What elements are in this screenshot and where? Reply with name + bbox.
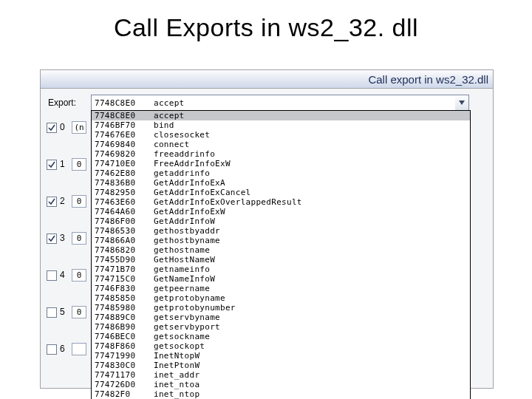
arg-index: 6: [60, 344, 69, 354]
export-option-addr: 7746F830: [95, 284, 154, 293]
arg-checkbox[interactable]: [47, 233, 57, 244]
export-option-name: inet_ntoa: [154, 380, 200, 389]
export-option[interactable]: 7746BF70bind: [92, 120, 470, 130]
export-option[interactable]: 774830C0InetPtonW: [92, 361, 470, 370]
export-option-addr: 77471170: [95, 370, 154, 380]
export-option-name: InetPtonW: [154, 361, 200, 370]
arg-index: 1: [60, 159, 69, 169]
export-option-addr: 77482F0: [95, 389, 154, 399]
export-option[interactable]: 77462E80getaddrinfo: [92, 168, 470, 178]
arg-checkbox[interactable]: [47, 307, 57, 318]
export-option-name: GetHostNameW: [154, 255, 215, 265]
arg-value-box[interactable]: 0: [72, 232, 86, 245]
export-option-addr: 77469840: [95, 140, 154, 149]
export-option[interactable]: 77482F0inet_ntop: [92, 389, 470, 399]
export-option-addr: 7746BEC0: [95, 332, 154, 341]
export-option-name: getprotobynumber: [154, 303, 236, 313]
export-option-name: getsockname: [154, 332, 210, 341]
export-option-name: getaddrinfo: [154, 168, 210, 178]
export-option-addr: 77486B90: [95, 322, 154, 332]
export-selected-name: accept: [154, 98, 185, 108]
export-option[interactable]: 77469840connect: [92, 140, 470, 149]
arg-index: 5: [60, 307, 69, 317]
export-option-addr: 77471990: [95, 351, 154, 361]
export-option[interactable]: 77471170inet_addr: [92, 370, 470, 380]
export-option-addr: 7748F860: [95, 341, 154, 351]
export-option[interactable]: 77486820gethostname: [92, 245, 470, 255]
arg-row: 20: [47, 195, 89, 232]
export-option-name: GetAddrInfoExOverlappedResult: [154, 197, 302, 207]
arg-index: 4: [60, 270, 69, 280]
export-label: Export:: [48, 98, 76, 108]
export-option[interactable]: 774715C0GetNameInfoW: [92, 274, 470, 284]
export-option[interactable]: 77469820freeaddrinfo: [92, 149, 470, 159]
export-option[interactable]: 77486530gethostbyaddr: [92, 226, 470, 236]
export-option[interactable]: 774836B0GetAddrInfoExA: [92, 178, 470, 188]
export-option[interactable]: 774889C0getservbyname: [92, 313, 470, 322]
export-option[interactable]: 7748C8E0accept: [92, 111, 470, 120]
export-option-addr: 77469820: [95, 149, 154, 159]
arg-checkbox[interactable]: [47, 160, 57, 170]
window-title: Call export in ws2_32.dll: [368, 73, 488, 86]
export-option[interactable]: 77471B70getnameinfo: [92, 265, 470, 274]
export-option-addr: 774836B0: [95, 178, 154, 188]
arg-value-box[interactable]: 0: [72, 269, 86, 282]
export-option[interactable]: 77463E60GetAddrInfoExOverlappedResult: [92, 197, 470, 207]
dialog-window: Call export in ws2_32.dll Export: 7748C8…: [40, 69, 494, 389]
arg-checkbox[interactable]: [47, 123, 57, 133]
export-option-name: closesocket: [154, 130, 210, 140]
export-option-addr: 77462E80: [95, 168, 154, 178]
arg-row: 30: [47, 232, 89, 269]
arg-value-box[interactable]: (n: [72, 121, 86, 134]
export-option[interactable]: 77485850getprotobyname: [92, 293, 470, 303]
export-option-addr: 77463E60: [95, 197, 154, 207]
export-option-name: getsockopt: [154, 341, 205, 351]
titlebar: Call export in ws2_32.dll: [41, 70, 493, 89]
export-combobox[interactable]: 7748C8E0 accept: [91, 95, 463, 111]
export-option-addr: 774889C0: [95, 313, 154, 322]
export-option[interactable]: 774866A0gethostbyname: [92, 236, 470, 245]
export-option-name: connect: [154, 140, 189, 149]
export-option-addr: 77464A60: [95, 207, 154, 216]
export-option-name: InetNtopW: [154, 351, 200, 361]
export-option-name: freeaddrinfo: [154, 149, 215, 159]
dropdown-arrow-icon[interactable]: [455, 95, 469, 111]
arg-checkbox[interactable]: [47, 197, 57, 207]
export-option[interactable]: 774710E0FreeAddrInfoExW: [92, 159, 470, 168]
arg-value-box[interactable]: 0: [72, 195, 86, 208]
arg-row: 6: [47, 343, 89, 380]
export-dropdown-list[interactable]: 7748C8E0accept7746BF70bind774676E0closes…: [91, 110, 471, 399]
arg-index: 2: [60, 196, 69, 206]
export-option-addr: 77486820: [95, 245, 154, 255]
export-option[interactable]: 774676E0closesocket: [92, 130, 470, 140]
arg-value-box[interactable]: 0: [72, 158, 86, 171]
arg-checkbox[interactable]: [47, 344, 57, 355]
export-option[interactable]: 77471990InetNtopW: [92, 351, 470, 361]
export-option-name: getservbyport: [154, 322, 220, 332]
export-option[interactable]: 77455D90GetHostNameW: [92, 255, 470, 265]
arg-row: 40: [47, 269, 89, 306]
export-option[interactable]: 77464A60GetAddrInfoExW: [92, 207, 470, 216]
export-option[interactable]: 77486F00GetAddrInfoW: [92, 216, 470, 226]
export-option-name: gethostbyaddr: [154, 226, 220, 236]
export-option[interactable]: 7746F830getpeername: [92, 284, 470, 293]
export-option-addr: 774715C0: [95, 274, 154, 284]
export-option-addr: 774676E0: [95, 130, 154, 140]
export-option[interactable]: 7748F860getsockopt: [92, 341, 470, 351]
export-option-addr: 77482950: [95, 188, 154, 197]
export-option[interactable]: 774726D0inet_ntoa: [92, 380, 470, 389]
arg-row: 50: [47, 306, 89, 343]
arg-value-box[interactable]: [72, 343, 86, 355]
export-option-name: gethostname: [154, 245, 210, 255]
arg-checkbox[interactable]: [47, 270, 57, 281]
export-option-name: inet_ntop: [154, 389, 200, 399]
export-option-name: getpeername: [154, 284, 210, 293]
arg-index: 0: [60, 122, 69, 132]
export-option[interactable]: 77486B90getservbyport: [92, 322, 470, 332]
export-option[interactable]: 7746BEC0getsockname: [92, 332, 470, 341]
export-option[interactable]: 77482950GetAddrInfoExCancel: [92, 188, 470, 197]
export-option-addr: 77485850: [95, 293, 154, 303]
export-option-addr: 774866A0: [95, 236, 154, 245]
export-option[interactable]: 77485980getprotobynumber: [92, 303, 470, 313]
arg-value-box[interactable]: 0: [72, 306, 86, 318]
